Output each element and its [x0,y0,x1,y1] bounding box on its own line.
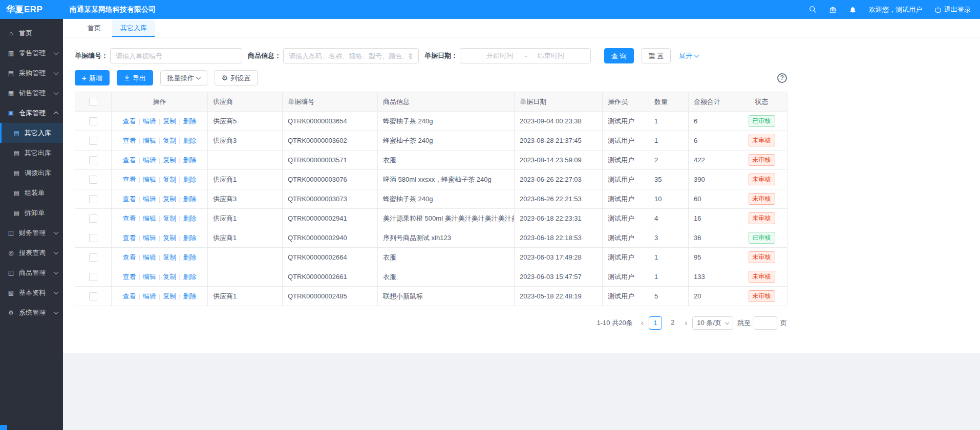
row-checkbox[interactable] [89,176,97,184]
row-checkbox[interactable] [89,292,97,300]
op-delete-link[interactable]: 删除 [183,234,197,242]
search-button[interactable]: 查 询 [604,48,634,63]
op-view-link[interactable]: 查看 [122,195,136,203]
sidebar-subitem-transfer-outbound[interactable]: ▤调拨出库 [0,163,63,183]
op-delete-link[interactable]: 删除 [183,253,197,261]
op-edit-link[interactable]: 编辑 [143,214,156,222]
row-checkbox[interactable] [89,195,97,203]
row-checkbox[interactable] [89,117,97,125]
row-checkbox[interactable] [89,214,97,223]
op-view-link[interactable]: 查看 [122,234,136,242]
reset-button[interactable]: 重 置 [642,48,671,63]
select-all-checkbox[interactable] [89,98,97,106]
date-end-placeholder: 结束时间 [538,51,564,60]
op-delete-link[interactable]: 删除 [183,176,197,183]
prev-page-button[interactable]: ‹ [640,319,645,327]
op-delete-link[interactable]: 删除 [183,214,197,222]
sidebar-subitem-assembly-order[interactable]: ▤组装单 [0,183,63,203]
op-edit-link[interactable]: 编辑 [143,176,156,183]
op-delete-link[interactable]: 删除 [183,137,197,144]
op-copy-link[interactable]: 复制 [163,176,176,183]
export-button[interactable]: 导出 [117,70,153,85]
doc-no-input[interactable] [110,48,242,63]
op-view-link[interactable]: 查看 [122,117,136,125]
sidebar-subitem-other-inbound[interactable]: ▤其它入库 [0,123,63,143]
op-delete-link[interactable]: 删除 [183,195,197,203]
row-checkbox[interactable] [89,253,97,262]
op-view-link[interactable]: 查看 [122,156,136,164]
page-2-button[interactable]: 2 [666,316,679,330]
sidebar-item-report[interactable]: ◎报表查询 [0,243,63,263]
welcome-text[interactable]: 欢迎您，测试用户 [869,5,922,14]
op-copy-link[interactable]: 复制 [163,273,176,281]
cell-doc-no: QTRK00000002940 [283,228,378,248]
footer-space [63,353,980,430]
sidebar-item-basic-data[interactable]: ▧基本资料 [0,283,63,303]
sidebar-collapse-handle[interactable] [0,425,7,430]
sidebar-item-warehouse[interactable]: ▣仓库管理 [0,103,63,123]
sidebar-subitem-other-outbound[interactable]: ▤其它出库 [0,143,63,163]
row-checkbox[interactable] [89,156,97,164]
op-view-link[interactable]: 查看 [122,137,136,144]
row-checkbox[interactable] [89,137,97,145]
op-edit-link[interactable]: 编辑 [143,273,156,281]
jump-page-input[interactable] [754,316,777,330]
op-view-link[interactable]: 查看 [122,176,136,183]
sidebar-item-finance[interactable]: ◫财务管理 [0,223,63,243]
op-edit-link[interactable]: 编辑 [143,117,156,125]
op-divider: | [159,292,160,300]
search-icon[interactable] [809,6,817,13]
op-copy-link[interactable]: 复制 [163,195,176,203]
op-view-link[interactable]: 查看 [122,253,136,261]
op-view-link[interactable]: 查看 [122,214,136,222]
row-checkbox[interactable] [89,273,97,281]
page-size-select[interactable]: 10 条/页 [692,316,733,330]
sidebar-item-sales[interactable]: ▦销售管理 [0,83,63,103]
op-copy-link[interactable]: 复制 [163,253,176,261]
op-delete-link[interactable]: 删除 [183,273,197,281]
op-delete-link[interactable]: 删除 [183,156,197,164]
op-edit-link[interactable]: 编辑 [143,234,156,242]
batch-operations-button[interactable]: 批量操作 [160,70,207,85]
basic-icon: ▧ [7,289,15,296]
tab-other-inbound[interactable]: 其它入库 [112,19,155,37]
cell-product-info: 啤酒 580ml xxsxx，蜂蜜柚子茶 240g [378,170,515,189]
op-view-link[interactable]: 查看 [122,292,136,300]
cell-operator: 测试用户 [603,228,649,248]
op-edit-link[interactable]: 编辑 [143,253,156,261]
op-delete-link[interactable]: 删除 [183,292,197,300]
op-copy-link[interactable]: 复制 [163,156,176,164]
help-icon[interactable]: ? [777,73,787,83]
bell-icon[interactable] [849,6,857,13]
op-view-link[interactable]: 查看 [122,273,136,281]
tab-home[interactable]: 首页 [79,19,109,37]
op-copy-link[interactable]: 复制 [163,117,176,125]
column-settings-button[interactable]: ⚙ 列设置 [215,70,258,85]
platform-icon[interactable] [829,6,837,13]
sidebar-item-purchase[interactable]: ▤采购管理 [0,63,63,83]
op-edit-link[interactable]: 编辑 [143,292,156,300]
sidebar-item-home[interactable]: ⌂首页 [0,23,63,43]
sidebar-subitem-disassembly-order[interactable]: ▤拆卸单 [0,203,63,223]
add-button[interactable]: + 新增 [75,70,110,85]
op-edit-link[interactable]: 编辑 [143,195,156,203]
op-copy-link[interactable]: 复制 [163,234,176,242]
op-copy-link[interactable]: 复制 [163,292,176,300]
expand-filters-link[interactable]: 展开 [679,51,698,60]
row-checkbox[interactable] [89,234,97,242]
op-edit-link[interactable]: 编辑 [143,156,156,164]
logout-button[interactable]: 退出登录 [934,5,971,14]
next-page-button[interactable]: › [684,319,688,327]
op-copy-link[interactable]: 复制 [163,137,176,144]
op-edit-link[interactable]: 编辑 [143,137,156,144]
op-delete-link[interactable]: 删除 [183,117,197,125]
page-1-button[interactable]: 1 [649,316,662,330]
sidebar-item-system[interactable]: ⚙系统管理 [0,303,63,322]
product-info-input[interactable] [283,48,419,63]
date-range-picker[interactable]: 开始时间 ~ 结束时间 [460,48,591,63]
op-divider: | [179,195,180,203]
sidebar-item-product[interactable]: ◰商品管理 [0,263,63,283]
sidebar-item-retail[interactable]: ▥零售管理 [0,43,63,63]
op-copy-link[interactable]: 复制 [163,214,176,222]
cell-amount: 6 [689,131,736,150]
